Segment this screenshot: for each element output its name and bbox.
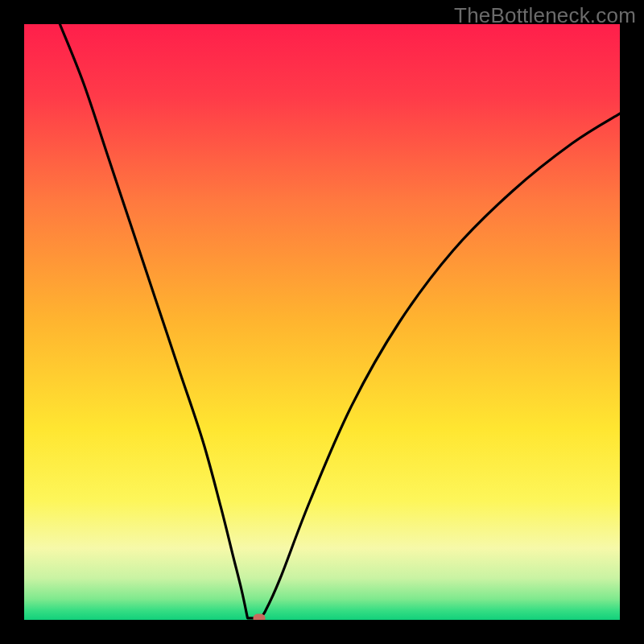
chart-frame: TheBottleneck.com <box>0 0 644 644</box>
watermark-text: TheBottleneck.com <box>454 3 636 28</box>
plot-area <box>24 24 620 620</box>
optimal-point-marker <box>254 613 266 620</box>
bottleneck-curve <box>24 24 620 620</box>
